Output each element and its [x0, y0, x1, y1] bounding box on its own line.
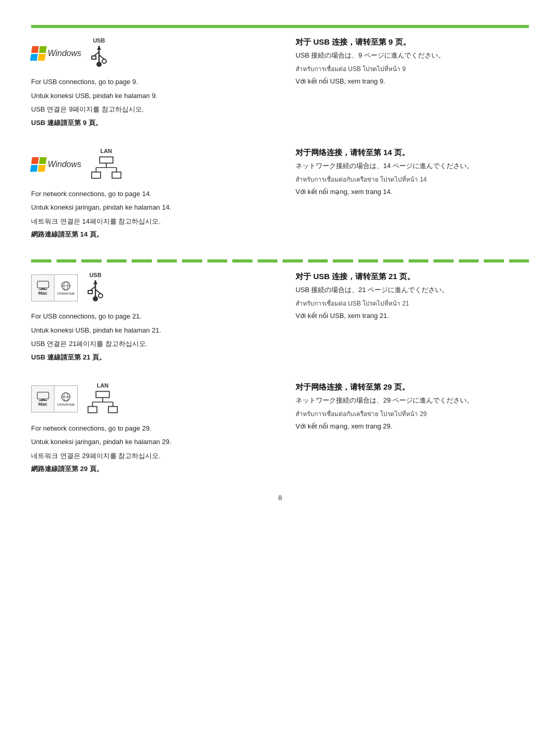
- svg-line-22: [90, 286, 95, 291]
- mac-usb-line3: USB 연결은 21페이지를 참고하십시오.: [31, 339, 264, 349]
- mac-label-text: Mac: [38, 291, 48, 296]
- mac-usb-section: Mac Universal USB: [31, 272, 529, 366]
- win-lan-line1: For network connections, go to page 14.: [31, 189, 264, 199]
- mac-lan-line3: 네트워크 연결은 29페이지를 참고하십시오.: [31, 451, 264, 461]
- mac-usb-line2: Untuk koneksi USB, pindah ke halaman 21.: [31, 325, 264, 336]
- universal-icon: [60, 281, 72, 291]
- win-usb-zh: 对于 USB 连接，请转至第 9 页。: [296, 37, 529, 47]
- top-divider: [31, 25, 529, 28]
- win-lan-section: Windows LAN: [31, 148, 529, 243]
- svg-point-6: [96, 62, 102, 67]
- svg-rect-11: [91, 172, 100, 178]
- universal-icon-2: [60, 392, 72, 402]
- usb-icon-wrap: USB: [91, 37, 107, 70]
- win-usb-ja: USB 接続の場合は、9 ページに進んでください。: [296, 51, 529, 60]
- svg-point-25: [99, 294, 103, 298]
- mac-lan-line4: 網路連線請至第 29 頁。: [31, 464, 264, 474]
- mac-box: Mac: [32, 275, 54, 301]
- svg-rect-28: [41, 399, 45, 400]
- mac-usb-right: 对于 USB 连接，请转至第 21 页。 USB 接続の場合は、21 ページに進…: [285, 272, 529, 366]
- mac-lan-vi: Với kết nối mạng, xem trang 29.: [296, 422, 529, 430]
- svg-point-5: [102, 59, 106, 63]
- mac-usb-ja: USB 接続の場合は、21 ページに進んでください。: [296, 285, 529, 295]
- usb-symbol-icon: [91, 45, 107, 70]
- svg-line-4: [99, 55, 104, 59]
- mac-label-text-2: Mac: [38, 402, 48, 407]
- usb-label-2: USB: [89, 272, 101, 278]
- svg-rect-15: [41, 288, 45, 289]
- win-usb-left: Windows USB: [31, 37, 285, 131]
- mac-lan-line2: Untuk koneksi jaringan, pindah ke halama…: [31, 437, 264, 447]
- windows-logo: Windows: [31, 46, 81, 61]
- mac-box-2: Mac: [32, 386, 54, 412]
- svg-rect-39: [108, 406, 117, 412]
- svg-marker-21: [93, 280, 97, 284]
- win-usb-section: Windows USB: [31, 37, 529, 131]
- mac-apple-icon: [36, 280, 50, 291]
- win-usb-right: 对于 USB 连接，请转至第 9 页。 USB 接続の場合は、9 ページに進んで…: [285, 37, 529, 131]
- svg-line-2: [94, 52, 99, 56]
- win-usb-icon-row: Windows USB: [31, 37, 264, 70]
- usb-icon-wrap-2: USB: [87, 272, 104, 304]
- green-dashed-divider: [31, 259, 529, 263]
- win-lan-th: สำหรับการเชื่อมต่อกับเครือข่าย โปรดไปที่…: [296, 174, 529, 184]
- win-lan-zh: 对于网络连接，请转至第 14 页。: [296, 148, 529, 158]
- usb-label: USB: [93, 37, 105, 44]
- universal-label-text: Universal: [57, 291, 74, 296]
- universal-box-2: Universal: [54, 386, 77, 412]
- universal-box: Universal: [54, 275, 77, 301]
- svg-rect-29: [39, 400, 47, 401]
- mac-lan-section: Mac Universal LAN: [31, 382, 529, 478]
- mac-lan-zh: 对于网络连接，请转至第 29 页。: [296, 382, 529, 392]
- svg-rect-7: [100, 157, 113, 163]
- mac-apple-icon-2: [36, 391, 50, 402]
- svg-line-24: [95, 289, 101, 294]
- win-usb-line2: Untuk koneksi USB, pindah ke halaman 9.: [31, 91, 264, 101]
- mac-lan-line1: For network connections, go to page 29.: [31, 423, 264, 434]
- win-usb-th: สำหรับการเชื่อมต่อ USB โปรดไปที่หน้า 9: [296, 64, 529, 74]
- win-usb-line3: USB 연결은 9페이지를 참고하십시오.: [31, 104, 264, 115]
- mac-lan-ja: ネットワーク接続の場合は、29 ページに進んでください。: [296, 396, 529, 405]
- windows-flag-icon: [30, 46, 47, 61]
- win-usb-line1: For USB connections, go to page 9.: [31, 77, 264, 87]
- universal-label-text-2: Universal: [57, 402, 74, 407]
- win-lan-line2: Untuk koneksi jaringan, pindah ke halama…: [31, 202, 264, 213]
- lan-label: LAN: [100, 148, 112, 154]
- svg-rect-14: [37, 281, 49, 288]
- mac-lan-left: Mac Universal LAN: [31, 382, 285, 478]
- mac-universal-icon-2: Mac Universal: [31, 385, 78, 412]
- svg-rect-37: [88, 406, 97, 412]
- win-lan-icon-row: Windows LAN: [31, 148, 264, 182]
- lan-label-2: LAN: [97, 382, 109, 389]
- windows-label: Windows: [48, 49, 81, 58]
- svg-rect-16: [39, 289, 47, 290]
- lan-icon-wrap: LAN: [91, 148, 122, 182]
- page-number: 8: [31, 494, 529, 502]
- win-lan-ja: ネットワーク接続の場合は、14 ページに進んでください。: [296, 161, 529, 171]
- win-lan-left: Windows LAN: [31, 148, 285, 243]
- windows-label-2: Windows: [48, 160, 81, 169]
- mac-lan-th: สำหรับการเชื่อมต่อกับเครือข่าย โปรดไปที่…: [296, 409, 529, 419]
- svg-marker-1: [97, 46, 101, 50]
- mac-universal-icon: Mac Universal: [31, 274, 78, 301]
- windows-logo-2: Windows: [31, 157, 81, 172]
- mac-lan-right: 对于网络连接，请转至第 29 页。 ネットワーク接続の場合は、29 ページに進ん…: [285, 382, 529, 478]
- win-lan-line4: 網路連線請至第 14 頁。: [31, 230, 264, 239]
- lan-symbol-icon: [91, 155, 122, 182]
- usb-symbol-icon-2: [87, 279, 104, 304]
- mac-usb-line4: USB 連線請至第 21 頁。: [31, 353, 264, 362]
- svg-rect-13: [112, 172, 121, 178]
- mac-lan-icon-row: Mac Universal LAN: [31, 382, 264, 416]
- svg-point-26: [93, 296, 98, 301]
- mac-usb-zh: 对于 USB 连接，请转至第 21 页。: [296, 272, 529, 282]
- mac-usb-th: สำหรับการเชื่อมต่อ USB โปรดไปที่หน้า 21: [296, 298, 529, 308]
- win-lan-vi: Với kết nối mạng, xem trang 14.: [296, 188, 529, 196]
- mac-usb-vi: Với kết nối USB, xem trang 21.: [296, 312, 529, 320]
- windows-flag-icon-2: [30, 157, 47, 172]
- win-usb-line4: USB 連線請至第 9 頁。: [31, 118, 264, 128]
- win-usb-vi: Với kết nối USB, xem trang 9.: [296, 77, 529, 85]
- svg-rect-33: [96, 391, 109, 397]
- mac-usb-left: Mac Universal USB: [31, 272, 285, 366]
- mac-usb-icon-row: Mac Universal USB: [31, 272, 264, 304]
- win-lan-line3: 네트워크 연결은 14페이지를 참고하십시오.: [31, 216, 264, 227]
